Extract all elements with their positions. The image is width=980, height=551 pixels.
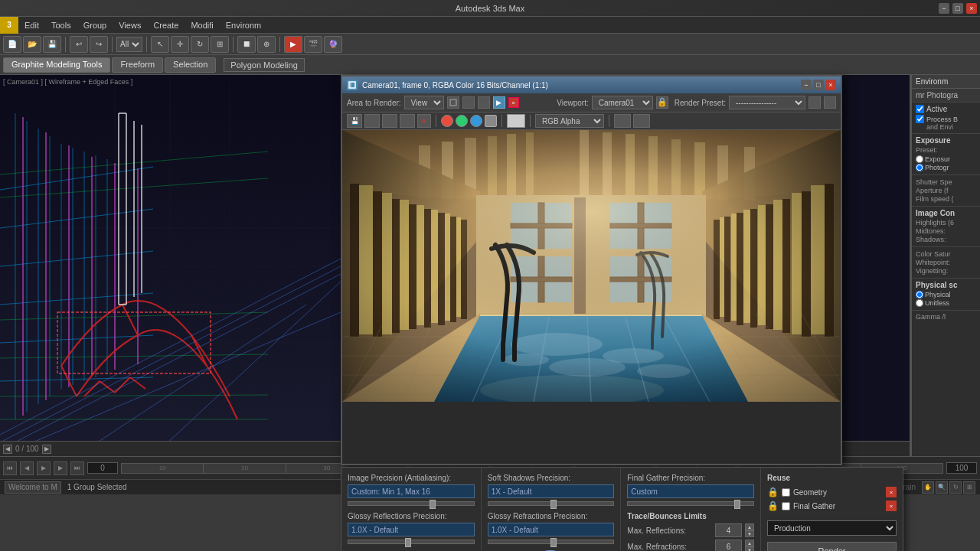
process-checkbox[interactable] xyxy=(916,115,924,123)
redo-btn[interactable]: ↪ xyxy=(90,36,108,53)
select-btn[interactable]: ↖ xyxy=(151,36,169,53)
new-btn[interactable]: 📄 xyxy=(3,36,21,53)
image-precision-thumb[interactable] xyxy=(430,500,436,509)
alpha-channel-btn[interactable] xyxy=(485,115,497,127)
green-channel-btn[interactable] xyxy=(456,115,468,127)
glossy-refr-input[interactable] xyxy=(488,523,615,536)
viewport-select[interactable]: Camera01 xyxy=(592,96,653,109)
open-render-btn[interactable] xyxy=(364,114,380,128)
close-btn[interactable]: × xyxy=(966,3,977,14)
whitepoint-label: Whitepoint: xyxy=(916,259,976,266)
selection-tab[interactable]: Selection xyxy=(165,57,216,73)
next-frame-btn[interactable]: ▶ xyxy=(42,445,51,454)
undo-btn[interactable]: ↩ xyxy=(70,36,88,53)
geometry-x-btn[interactable]: × xyxy=(886,487,897,497)
zoom-btn[interactable]: 🔍 xyxy=(936,481,948,494)
white-display-btn[interactable] xyxy=(507,114,525,128)
soft-shadows-thumb[interactable] xyxy=(550,500,557,509)
lock-viewport-btn[interactable]: 🔒 xyxy=(656,96,668,109)
scale-btn[interactable]: ⊞ xyxy=(211,36,229,53)
tl-prev-btn[interactable]: ◀ xyxy=(20,461,34,475)
maximize-vp-btn[interactable]: ⊞ xyxy=(963,481,975,494)
render-setup-btn[interactable]: ▶ xyxy=(284,36,302,53)
final-gather-thumb[interactable] xyxy=(734,500,740,509)
menu-modify[interactable]: Modifi xyxy=(185,17,219,34)
menu-group[interactable]: Group xyxy=(77,17,113,34)
max-refr-up[interactable]: ▲ xyxy=(745,540,754,546)
filter-select[interactable]: All xyxy=(116,37,142,52)
render-button[interactable]: Render xyxy=(767,542,897,551)
print-render-btn[interactable] xyxy=(400,114,415,128)
minimize-btn[interactable]: − xyxy=(939,3,949,14)
prev-frame-btn[interactable]: ◀ xyxy=(3,445,12,454)
render-maximize-btn[interactable]: □ xyxy=(813,80,824,90)
photographic-radio[interactable] xyxy=(916,164,923,171)
render-close-btn[interactable]: × xyxy=(825,80,836,90)
active-checkbox[interactable] xyxy=(916,105,924,113)
area-render-btn1[interactable] xyxy=(447,96,459,109)
color-controls-row: 💾 × RGB Alpha xyxy=(342,112,841,130)
render-minimize-btn[interactable]: − xyxy=(801,80,812,90)
glossy-refl-thumb[interactable] xyxy=(405,538,411,547)
production-select[interactable]: Production xyxy=(767,520,897,536)
snap-btn[interactable]: 🔲 xyxy=(237,36,256,53)
soft-shadows-input[interactable] xyxy=(488,484,615,498)
freeform-tab[interactable]: Freeform xyxy=(112,57,163,73)
menu-tools[interactable]: Tools xyxy=(45,17,77,34)
app-title: Autodesk 3ds Max xyxy=(456,4,525,13)
maximize-btn[interactable]: □ xyxy=(952,3,963,14)
tl-next-btn[interactable]: ▶ xyxy=(54,461,67,475)
blue-channel-btn[interactable] xyxy=(470,115,482,127)
material-editor-btn[interactable]: 🔮 xyxy=(324,36,342,53)
menu-edit[interactable]: Edit xyxy=(18,17,45,34)
tl-play-btn[interactable]: ▶ xyxy=(37,461,51,475)
render-btn[interactable]: 🎬 xyxy=(304,36,322,53)
max-refl-up[interactable]: ▲ xyxy=(745,523,754,530)
max-refr-down[interactable]: ▼ xyxy=(745,546,754,551)
pan-btn[interactable]: ✋ xyxy=(922,481,934,494)
rotate-btn[interactable]: ↻ xyxy=(191,36,209,53)
color-mode-select[interactable]: RGB Alpha xyxy=(535,114,604,128)
move-btn[interactable]: ✛ xyxy=(171,36,189,53)
max-refl-input[interactable] xyxy=(715,523,742,537)
red-channel-btn[interactable] xyxy=(441,115,453,127)
max-refl-down[interactable]: ▼ xyxy=(745,530,754,537)
final-gather-input[interactable] xyxy=(627,484,754,498)
close-render-toolbar-btn[interactable]: × xyxy=(417,114,431,128)
area-render-btn2[interactable] xyxy=(462,96,475,109)
image-precision-input[interactable] xyxy=(348,484,475,498)
polygon-modeling-label: Polygon Modeling xyxy=(224,58,304,72)
tl-start-btn[interactable]: ⏮ xyxy=(3,461,17,475)
trace-bounces-label: Trace/Bounces Limits xyxy=(627,512,754,520)
render-stop-btn[interactable]: × xyxy=(508,97,519,108)
menu-create[interactable]: Create xyxy=(147,17,185,34)
glossy-refl-input[interactable] xyxy=(348,523,475,536)
menu-environment[interactable]: Environm xyxy=(220,17,267,34)
tl-end-btn[interactable]: ⏭ xyxy=(70,461,84,475)
display-btn2[interactable] xyxy=(633,114,650,128)
magnet-btn[interactable]: ⊕ xyxy=(257,36,276,53)
area-to-render-select[interactable]: View xyxy=(404,96,444,109)
graphite-tab[interactable]: Graphite Modeling Tools xyxy=(3,57,110,73)
save-render-btn[interactable]: 💾 xyxy=(347,114,362,128)
preset-save-btn[interactable] xyxy=(824,96,836,109)
menu-views[interactable]: Views xyxy=(113,17,147,34)
unitless-radio[interactable] xyxy=(916,299,923,307)
glossy-refr-thumb[interactable] xyxy=(550,538,557,547)
exposure-radio[interactable] xyxy=(916,155,923,163)
physical-radio[interactable] xyxy=(916,291,923,298)
area-render-btn3[interactable] xyxy=(478,96,490,109)
orbit-btn[interactable]: ↻ xyxy=(949,481,962,494)
preset-load-btn[interactable] xyxy=(808,96,821,109)
final-gather-reuse-checkbox[interactable] xyxy=(782,502,790,510)
clone-render-btn[interactable] xyxy=(382,114,397,128)
open-btn[interactable]: 📂 xyxy=(23,36,41,53)
max-refr-input[interactable] xyxy=(715,540,742,551)
display-btn1[interactable] xyxy=(614,114,631,128)
aperture-label: Aperture (f xyxy=(916,187,976,194)
render-preset-select[interactable]: ---------------- xyxy=(729,96,805,109)
geometry-checkbox[interactable] xyxy=(782,488,790,497)
save-btn[interactable]: 💾 xyxy=(43,36,61,53)
final-gather-x-btn[interactable]: × xyxy=(886,500,897,511)
render-play-btn[interactable]: ▶ xyxy=(493,96,505,109)
